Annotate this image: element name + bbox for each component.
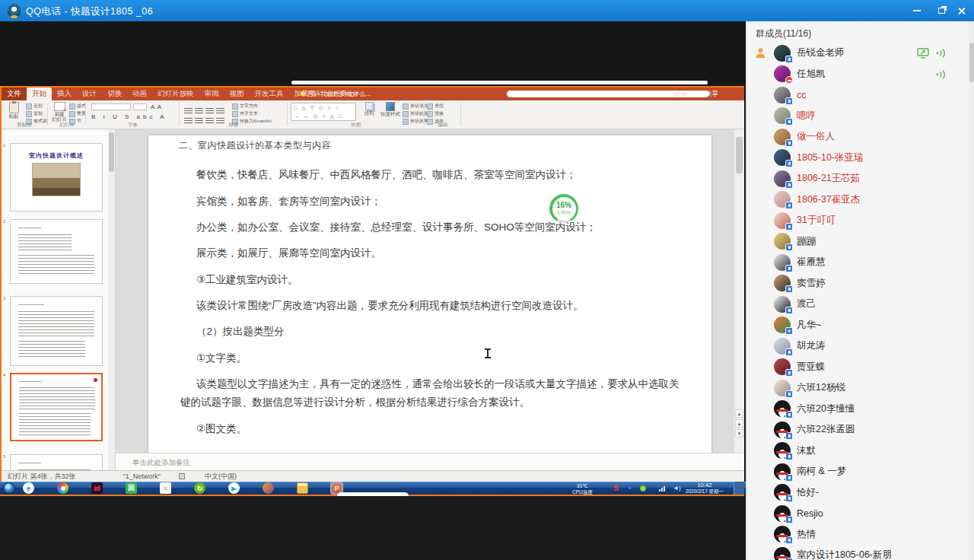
member-name: 恰好- xyxy=(797,486,819,499)
member-row[interactable]: cc xyxy=(746,84,969,106)
arrange-button[interactable]: 排列 xyxy=(359,102,379,116)
shape-gallery[interactable]: □ △ ▽ ◇ ○ ☆ → ↔ ◇ ○ △ □ xyxy=(291,103,356,121)
thumbnail-scrollbar[interactable] xyxy=(108,129,115,470)
online-status-badge xyxy=(785,453,793,460)
layout-button[interactable]: 版式 xyxy=(69,103,86,110)
member-row[interactable]: 六班22张孟圆 xyxy=(746,419,969,441)
font-size-select[interactable] xyxy=(133,103,147,110)
canvas-scrollbar[interactable]: ▲ ▲ ▼ xyxy=(734,129,744,453)
taskbar-app-icon[interactable]: e xyxy=(23,482,34,494)
ribbon-tab[interactable]: 文件 xyxy=(2,88,27,100)
member-row[interactable]: 沫默 xyxy=(746,441,969,462)
member-row[interactable]: 窦雪婷 xyxy=(746,273,969,294)
online-status-badge xyxy=(785,139,793,147)
new-slide-button[interactable]: 新建幻灯片 xyxy=(49,102,70,122)
close-button[interactable] xyxy=(951,5,971,17)
ribbon-tab[interactable]: 设计 xyxy=(77,88,102,100)
member-row[interactable]: Resjio xyxy=(746,503,969,524)
ribbon-tab[interactable]: 幻灯片放映 xyxy=(152,88,199,100)
member-name: 1806-37崔亚杰 xyxy=(797,193,860,206)
member-row[interactable]: 恰好- xyxy=(746,482,969,504)
restore-button[interactable] xyxy=(931,5,951,17)
member-row[interactable]: 六班12杨锐 xyxy=(746,377,969,399)
share-button[interactable]: 共享 xyxy=(698,90,718,99)
signin-button[interactable]: 登录 xyxy=(674,90,687,99)
find-button[interactable]: 查找 xyxy=(427,103,444,110)
member-row[interactable]: 嗯哼 xyxy=(746,106,969,127)
slide-thumbnail-5[interactable] xyxy=(10,454,103,470)
font-grow-shrink[interactable]: A A xyxy=(151,103,162,110)
member-row[interactable]: 胡龙涛 xyxy=(746,336,969,357)
show-desktop-button[interactable] xyxy=(734,482,744,495)
taskbar-app-icon[interactable]: ≡ xyxy=(160,482,171,494)
font-style-buttons[interactable]: B I U S abc A xyxy=(91,113,167,120)
notes-pane[interactable]: 单击此处添加备注 xyxy=(116,453,744,470)
font-name-select[interactable] xyxy=(91,103,131,110)
reset-button[interactable]: 重置 xyxy=(69,110,86,117)
member-row[interactable]: 1806-37崔亚杰 xyxy=(746,189,969,211)
avatar xyxy=(774,170,791,187)
quick-styles-button[interactable]: 快速样式 xyxy=(380,102,401,116)
scroll-up-button[interactable]: ▲ xyxy=(735,409,743,418)
prev-slide-button[interactable]: ▲ xyxy=(735,419,743,428)
ribbon-tab[interactable]: 开发工具 xyxy=(250,88,289,100)
taskbar-app-icon[interactable] xyxy=(297,482,308,494)
member-row[interactable]: 凡华~ xyxy=(746,315,969,336)
member-row[interactable]: 热情 xyxy=(746,524,969,546)
ribbon-tab[interactable]: 动画 xyxy=(127,88,152,100)
ribbon-tab[interactable]: 开始 xyxy=(27,88,52,100)
paste-button[interactable]: 粘贴 xyxy=(3,102,24,119)
tray-antivirus-icon[interactable] xyxy=(640,485,646,492)
member-panel-scrollbar[interactable] xyxy=(969,21,974,560)
cut-button[interactable]: 剪切 xyxy=(26,103,47,110)
ribbon-tab[interactable]: 审阅 xyxy=(199,88,224,100)
member-row[interactable]: 崔雁慧 xyxy=(746,252,969,273)
ribbon-tab[interactable]: 插入 xyxy=(52,88,77,100)
member-row[interactable]: 室内设计1805-06-新朋 xyxy=(746,545,969,560)
status-notes-icon[interactable] xyxy=(179,473,185,479)
tray-clock[interactable]: 10:422020/2/17 星期一 xyxy=(685,482,724,494)
align-text-button[interactable]: 对齐文本 xyxy=(232,110,272,117)
member-row[interactable]: 做一俗人 xyxy=(746,126,969,148)
text-direction-button[interactable]: 文字方向 xyxy=(232,103,272,110)
avatar xyxy=(774,547,791,560)
member-row[interactable]: 蹦蹦 xyxy=(746,231,969,253)
slide: 二、室内快题设计的基本类型与内容 餐饮类，快餐店、风味餐厅、中西风格餐厅、酒吧、… xyxy=(148,135,711,453)
taskbar-app-icon[interactable] xyxy=(263,482,274,494)
taskbar-app-icon[interactable]: ↻ xyxy=(194,482,205,494)
slide-thumbnail-2[interactable] xyxy=(10,219,103,284)
tray-sogou-icon[interactable]: S xyxy=(613,484,619,492)
slide-thumbnail-3[interactable] xyxy=(10,296,103,366)
taskbar-app-icon[interactable]: ▶ xyxy=(228,482,240,494)
tray-volume-icon[interactable]: ◄) xyxy=(673,485,681,492)
tray-collapse-icon[interactable]: - xyxy=(629,484,631,492)
member-row[interactable]: 1805-10-张亚瑞 xyxy=(746,148,969,169)
member-row[interactable]: 六班20李懂懂 xyxy=(746,399,969,420)
avatar xyxy=(774,505,791,522)
slide-thumbnail-1[interactable]: 室内快题设计概述 xyxy=(10,143,103,212)
ribbon-tab[interactable]: 切换 xyxy=(102,88,127,100)
taskbar-app-icon[interactable]: Id xyxy=(91,482,103,494)
ribbon-tab[interactable]: 视图 xyxy=(224,88,250,100)
member-row[interactable]: 31于叮叮 xyxy=(746,210,969,231)
tray-network-icon[interactable] xyxy=(659,486,665,492)
member-row[interactable]: 岳锐金老师 xyxy=(746,43,969,64)
taskbar-app-icon[interactable]: 回 xyxy=(126,482,137,494)
member-row[interactable]: 1806-21王芯茹 xyxy=(746,168,969,189)
tellme-label[interactable]: 告诉我您想要做什么... xyxy=(301,90,371,99)
copy-button[interactable]: 复制 xyxy=(26,110,47,117)
taskbar-app-icon[interactable] xyxy=(57,482,68,494)
minimize-button[interactable] xyxy=(907,5,927,17)
member-row[interactable]: 贾亚蝶 xyxy=(746,357,969,378)
member-row[interactable]: 任旭凯 xyxy=(746,64,969,85)
tray-cpu-temp: 31℃CPU温度 xyxy=(572,483,593,495)
next-slide-button[interactable]: ▼ xyxy=(735,429,743,438)
paste-icon xyxy=(9,102,19,113)
member-row[interactable]: 渡己 xyxy=(746,294,969,315)
slide-thumbnail-4-selected[interactable] xyxy=(10,373,103,441)
start-button[interactable] xyxy=(3,482,15,494)
slide-canvas[interactable]: 二、室内快题设计的基本类型与内容 餐饮类，快餐店、风味餐厅、中西风格餐厅、酒吧、… xyxy=(116,129,744,453)
member-row[interactable]: 南柯 & 一梦 xyxy=(746,461,969,482)
online-status-badge xyxy=(785,411,793,418)
replace-button[interactable]: 替换 xyxy=(427,110,444,117)
